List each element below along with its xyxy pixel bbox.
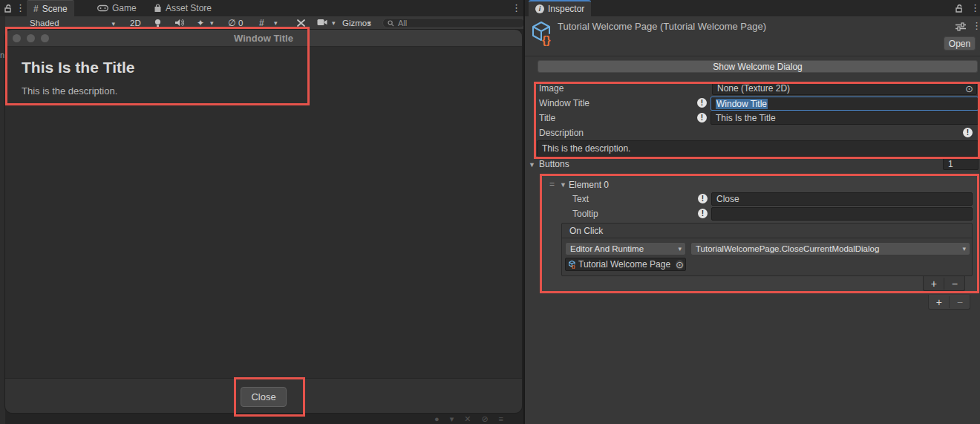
chevron-down-icon: ▾ xyxy=(678,245,682,252)
inspector-tabbar: i Inspector ⋮ xyxy=(525,0,980,16)
completion-badge-icon: ! xyxy=(697,98,707,108)
drag-handle-icon[interactable]: = xyxy=(549,179,555,189)
tab-inspector-label: Inspector xyxy=(548,4,584,14)
chevron-down-icon: ▾ xyxy=(962,245,966,252)
gamepad-icon xyxy=(97,4,108,12)
show-welcome-dialog-button[interactable]: Show Welcome Dialog xyxy=(538,60,978,73)
scene-visibility-icon[interactable]: ∅ xyxy=(228,18,235,28)
scene-panel: ⋮ # Scene Game Asset Store ⋮ n xyxy=(0,0,523,424)
on-click-event-box: On Click Editor And Runtime ▾ TutorialWe… xyxy=(561,223,973,276)
completion-badge-icon: ! xyxy=(697,113,707,123)
completion-badge-icon: ! xyxy=(698,194,708,203)
image-label: Image xyxy=(539,83,564,94)
image-object-field[interactable]: None (Texture 2D) ⊙ xyxy=(712,82,977,95)
shading-mode-dropdown[interactable]: Shaded ▾ xyxy=(24,17,120,29)
grid-icon: # xyxy=(33,4,39,14)
buttons-foldout-icon[interactable]: ▼ xyxy=(529,161,535,169)
object-picker-icon[interactable]: ⊙ xyxy=(965,84,973,94)
buttons-section-label: Buttons xyxy=(539,159,569,169)
inspector-panel: i Inspector ⋮ {} Tutorial Welcome Page (… xyxy=(525,0,980,424)
asset-title: Tutorial Welcome Page (Tutorial Welcome … xyxy=(558,21,766,32)
description-label: Description xyxy=(539,128,584,138)
dialog-description: This is the description. xyxy=(22,85,117,97)
asset-menu-icon[interactable]: ⋮ xyxy=(972,21,980,31)
svg-text:{}: {} xyxy=(542,33,551,46)
shopping-bag-icon xyxy=(154,4,162,13)
tab-game-label: Game xyxy=(112,3,137,13)
tab-inspector[interactable]: i Inspector xyxy=(529,0,591,16)
event-mode-dropdown[interactable]: Editor And Runtime ▾ xyxy=(565,242,686,255)
buttons-array-footer: + − xyxy=(928,295,970,310)
gizmos-dropdown[interactable]: Gizmos xyxy=(341,17,384,29)
bottom-toolbar-fragment: ●▾✕⊘≡ xyxy=(434,414,522,424)
scene-toolbar: Shaded ▾ 2D ✦ ▾ ∅ 0 # ▾ ▾ Gizm xyxy=(5,16,523,30)
selected-text: Window Title xyxy=(716,99,768,109)
window-title-label: Window Title xyxy=(539,98,589,108)
info-icon: i xyxy=(535,4,544,13)
element-0-foldout-icon[interactable]: ▼ xyxy=(560,181,566,189)
scriptable-object-mini-icon: {} xyxy=(568,260,577,269)
inspector-lock-icon[interactable] xyxy=(955,4,964,13)
camera-chevron-icon[interactable]: ▾ xyxy=(332,19,336,27)
remove-event-button[interactable]: − xyxy=(944,278,964,290)
tab-game[interactable]: Game xyxy=(91,0,143,16)
title-input[interactable]: This Is the Title xyxy=(710,111,979,125)
completion-badge-icon: ! xyxy=(698,209,708,218)
chevron-down-icon: ▾ xyxy=(111,20,115,27)
scene-pane-menu-icon[interactable]: ⋮ xyxy=(512,3,521,13)
buttons-count-field[interactable]: 1 xyxy=(943,157,979,170)
element-0-container: = ▼ Element 0 Text ! Close Tooltip ! On … xyxy=(540,175,979,292)
completion-badge-icon: ! xyxy=(963,128,973,137)
effects-chevron-icon[interactable]: ▾ xyxy=(210,19,214,27)
description-textarea[interactable]: This is the description. xyxy=(537,140,979,157)
scriptable-object-icon: {} xyxy=(529,19,556,46)
element-0-label: Element 0 xyxy=(569,180,609,190)
scene-tabbar: ⋮ # Scene Game Asset Store ⋮ xyxy=(0,0,523,16)
effects-icon[interactable]: ✦ xyxy=(197,18,204,28)
unity-editor: ⋮ # Scene Game Asset Store ⋮ n xyxy=(0,0,980,424)
remove-button-element[interactable]: − xyxy=(949,296,970,308)
lock-open-icon[interactable] xyxy=(4,4,13,13)
dialog-window-title: Window Title xyxy=(5,30,522,47)
event-function-dropdown[interactable]: TutorialWelcomePage.CloseCurrentModalDia… xyxy=(690,242,970,255)
search-icon xyxy=(388,20,394,27)
dialog-title: This Is the Title xyxy=(22,59,134,76)
inspector-menu-icon[interactable]: ⋮ xyxy=(970,3,980,13)
dialog-footer: Close xyxy=(5,378,522,413)
pane-menu-icon[interactable]: ⋮ xyxy=(16,3,25,13)
element-text-input[interactable]: Close xyxy=(711,192,973,206)
toggle-2d[interactable]: 2D xyxy=(130,19,141,27)
tools-icon[interactable] xyxy=(296,19,306,27)
add-event-button[interactable]: + xyxy=(924,278,944,290)
object-picker-icon[interactable]: ⊙ xyxy=(676,260,684,270)
svg-text:{}: {} xyxy=(572,264,575,269)
add-button-element[interactable]: + xyxy=(929,296,949,308)
window-control-dot xyxy=(27,34,35,42)
clipped-left-panel-edge: n xyxy=(0,16,5,424)
dialog-close-button[interactable]: Close xyxy=(241,387,287,407)
camera-icon[interactable] xyxy=(317,19,327,26)
element-tooltip-label: Tooltip xyxy=(572,209,598,219)
title-label: Title xyxy=(539,113,555,123)
header-separator xyxy=(525,56,980,56)
gizmos-chevron-icon[interactable]: ▾ xyxy=(368,19,371,27)
element-text-label: Text xyxy=(572,194,589,204)
open-button[interactable]: Open xyxy=(944,36,976,50)
scene-search-input[interactable]: All xyxy=(382,18,525,28)
tab-scene-label: Scene xyxy=(42,4,68,14)
event-target-object-field[interactable]: {} Tutorial Welcome Page ⊙ xyxy=(565,258,686,271)
presets-icon[interactable] xyxy=(956,22,966,31)
window-title-input[interactable]: Window Title xyxy=(710,97,979,111)
on-click-header: On Click xyxy=(562,224,972,238)
snap-grid-chevron-icon[interactable]: ▾ xyxy=(274,19,278,27)
tab-asset-store[interactable]: Asset Store xyxy=(147,0,218,16)
tab-scene[interactable]: # Scene xyxy=(27,0,74,16)
audio-icon[interactable] xyxy=(174,19,184,27)
event-list-footer: + − xyxy=(923,276,965,291)
window-control-dot xyxy=(41,34,49,42)
element-tooltip-input[interactable] xyxy=(711,207,973,221)
dialog-titlebar: Window Title xyxy=(5,30,522,47)
snap-grid-icon[interactable]: # xyxy=(259,18,264,28)
lighting-icon[interactable] xyxy=(154,19,162,27)
tab-asset-store-label: Asset Store xyxy=(166,3,212,13)
